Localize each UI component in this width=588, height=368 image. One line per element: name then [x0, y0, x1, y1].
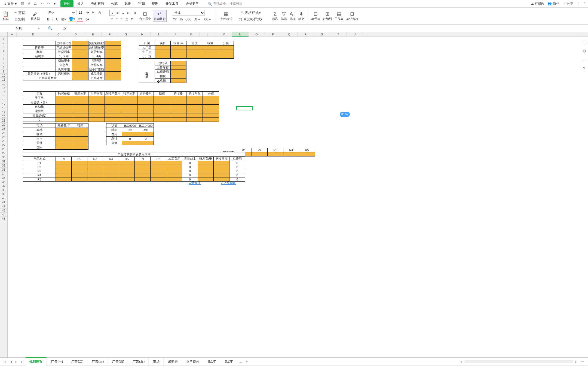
- tab-formula[interactable]: 公式: [108, 0, 121, 7]
- col-header[interactable]: K: [183, 32, 200, 37]
- cell[interactable]: P2: [151, 157, 166, 161]
- cell[interactable]: [268, 152, 283, 156]
- has-changes-button[interactable]: ☁ 有修改: [531, 1, 544, 6]
- cell[interactable]: 利率: [23, 50, 56, 54]
- cell[interactable]: [56, 109, 72, 113]
- cell[interactable]: [166, 177, 182, 182]
- bold-icon[interactable]: B: [46, 17, 51, 22]
- sheet-next-icon[interactable]: ▸: [14, 359, 19, 365]
- select-tool-icon[interactable]: ⬚: [582, 40, 586, 45]
- cell[interactable]: [87, 165, 103, 169]
- cell[interactable]: [214, 161, 229, 165]
- cell[interactable]: R5: [119, 157, 135, 161]
- tab-data[interactable]: 数据: [121, 0, 134, 7]
- cell[interactable]: [72, 177, 87, 182]
- cell[interactable]: [171, 46, 186, 50]
- freeze-button[interactable]: ⊟冻结窗格: [346, 10, 359, 22]
- cell[interactable]: [186, 100, 203, 105]
- row-header[interactable]: 19: [0, 110, 7, 114]
- cell[interactable]: [119, 161, 135, 165]
- row-header[interactable]: 40: [0, 196, 7, 200]
- cell[interactable]: [214, 165, 229, 169]
- row-header[interactable]: 13: [0, 86, 7, 90]
- cell[interactable]: 成品倍数: [88, 72, 105, 76]
- comma-icon[interactable]: 000: [184, 17, 192, 22]
- cell[interactable]: [138, 141, 154, 145]
- table-style-button[interactable]: ⊞ 表格样式▾: [240, 10, 262, 16]
- cell[interactable]: 区域: [23, 132, 56, 137]
- row-header[interactable]: 3: [0, 45, 7, 49]
- cell[interactable]: [56, 113, 72, 118]
- cell[interactable]: 认证: [106, 123, 122, 128]
- cell[interactable]: [135, 173, 151, 177]
- cell[interactable]: [135, 169, 151, 173]
- rowcol-button[interactable]: ⊞行和列: [322, 10, 332, 22]
- cell[interactable]: [170, 96, 186, 100]
- tab-vip[interactable]: 会员专享: [182, 0, 202, 7]
- tab-dev[interactable]: 开发工具: [162, 0, 182, 7]
- cell[interactable]: [105, 67, 121, 72]
- align-center-icon[interactable]: ≡: [115, 17, 119, 22]
- row-header[interactable]: 11: [0, 78, 7, 82]
- row-header[interactable]: 42: [0, 204, 7, 209]
- cell[interactable]: [166, 169, 182, 173]
- cell[interactable]: [171, 70, 186, 74]
- cell[interactable]: [103, 165, 119, 169]
- cell[interactable]: 长贷利率: [56, 50, 72, 54]
- orientation-icon[interactable]: ⟳: [130, 17, 135, 22]
- cell[interactable]: [203, 96, 219, 100]
- cell[interactable]: [166, 173, 182, 177]
- col-header[interactable]: A: [8, 32, 17, 37]
- cell[interactable]: [122, 141, 138, 145]
- tab-review[interactable]: 审阅: [135, 0, 148, 7]
- cell[interactable]: [56, 128, 72, 132]
- cell[interactable]: [72, 67, 88, 72]
- cell[interactable]: [72, 161, 87, 165]
- cell[interactable]: [56, 161, 72, 165]
- cell[interactable]: 手工线: [23, 96, 56, 100]
- cell[interactable]: [154, 105, 170, 109]
- cell[interactable]: 短贷利率: [88, 50, 105, 54]
- cell[interactable]: [121, 105, 137, 109]
- cell[interactable]: [72, 41, 88, 46]
- selected-cell[interactable]: [236, 106, 253, 110]
- cell[interactable]: [72, 50, 88, 54]
- cell[interactable]: 国内: [23, 137, 56, 141]
- cell[interactable]: [203, 118, 219, 122]
- cell[interactable]: [72, 145, 88, 150]
- cell[interactable]: [105, 41, 121, 46]
- row-header[interactable]: 24: [0, 131, 7, 135]
- cell[interactable]: [121, 96, 137, 100]
- currency-icon[interactable]: ¥▾: [172, 17, 178, 22]
- col-header[interactable]: C: [50, 32, 67, 37]
- row-header[interactable]: 30: [0, 155, 7, 159]
- cell[interactable]: [121, 109, 137, 113]
- cell[interactable]: 市场: [23, 123, 56, 128]
- cell[interactable]: 2年: [122, 128, 138, 132]
- cell[interactable]: R2: [72, 157, 87, 161]
- row-header[interactable]: 33: [0, 168, 7, 172]
- row-header[interactable]: 5: [0, 53, 7, 57]
- cell[interactable]: 亚洲: [23, 141, 56, 145]
- cell[interactable]: [105, 46, 121, 50]
- row-header[interactable]: 21: [0, 119, 7, 123]
- sheet-last-icon[interactable]: ▸|: [19, 359, 25, 365]
- cell[interactable]: [72, 59, 88, 63]
- cell[interactable]: 贷款额倍数: [88, 41, 105, 46]
- paste-button[interactable]: 📋粘贴: [2, 10, 9, 22]
- cell[interactable]: [198, 165, 214, 169]
- cell[interactable]: 取整规则: [139, 61, 155, 83]
- cell[interactable]: 租金/年: [171, 41, 186, 46]
- align-left-icon[interactable]: ≡: [110, 17, 114, 22]
- cell-style-button[interactable]: ▢ 单元格样式▾: [238, 16, 264, 22]
- cell[interactable]: [72, 173, 87, 177]
- cell[interactable]: [218, 46, 234, 50]
- cell[interactable]: [105, 59, 121, 63]
- cell[interactable]: [23, 63, 56, 67]
- row-header[interactable]: 18: [0, 106, 7, 110]
- cell[interactable]: 费用: [106, 132, 122, 137]
- cell[interactable]: [56, 165, 72, 169]
- cell[interactable]: [105, 118, 121, 122]
- row-header[interactable]: 12: [0, 82, 7, 86]
- sheet-tab-market[interactable]: 市场: [149, 358, 164, 366]
